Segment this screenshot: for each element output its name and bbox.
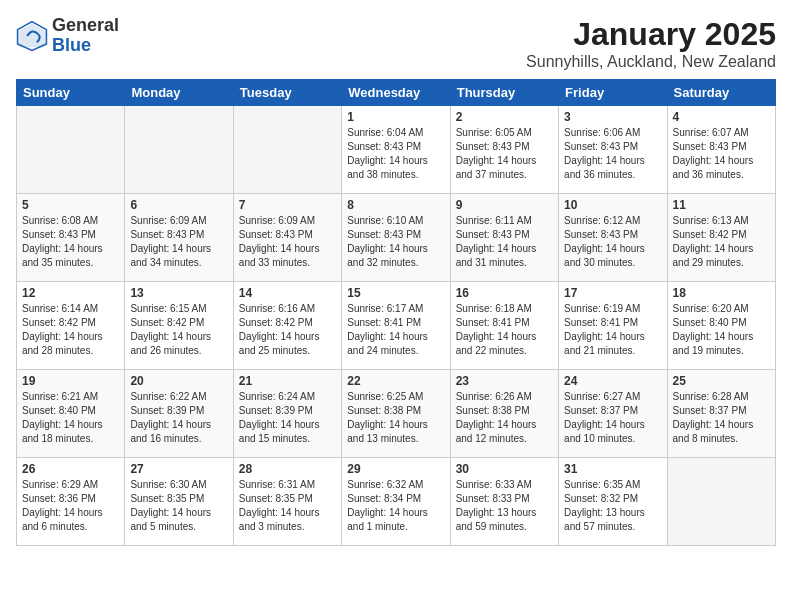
day-info: Sunrise: 6:06 AMSunset: 8:43 PMDaylight:… <box>564 126 661 182</box>
day-number: 24 <box>564 374 661 388</box>
calendar-cell: 27Sunrise: 6:30 AMSunset: 8:35 PMDayligh… <box>125 458 233 546</box>
day-info: Sunrise: 6:26 AMSunset: 8:38 PMDaylight:… <box>456 390 553 446</box>
day-number: 3 <box>564 110 661 124</box>
day-number: 13 <box>130 286 227 300</box>
weekday-header-friday: Friday <box>559 80 667 106</box>
day-number: 20 <box>130 374 227 388</box>
day-info: Sunrise: 6:10 AMSunset: 8:43 PMDaylight:… <box>347 214 444 270</box>
calendar-week-row: 1Sunrise: 6:04 AMSunset: 8:43 PMDaylight… <box>17 106 776 194</box>
day-number: 26 <box>22 462 119 476</box>
calendar-cell: 21Sunrise: 6:24 AMSunset: 8:39 PMDayligh… <box>233 370 341 458</box>
day-number: 9 <box>456 198 553 212</box>
day-info: Sunrise: 6:08 AMSunset: 8:43 PMDaylight:… <box>22 214 119 270</box>
day-info: Sunrise: 6:25 AMSunset: 8:38 PMDaylight:… <box>347 390 444 446</box>
calendar-cell: 23Sunrise: 6:26 AMSunset: 8:38 PMDayligh… <box>450 370 558 458</box>
logo: General Blue <box>16 16 119 56</box>
calendar-cell: 14Sunrise: 6:16 AMSunset: 8:42 PMDayligh… <box>233 282 341 370</box>
calendar-cell: 22Sunrise: 6:25 AMSunset: 8:38 PMDayligh… <box>342 370 450 458</box>
day-number: 25 <box>673 374 770 388</box>
logo-text: General Blue <box>52 16 119 56</box>
day-number: 6 <box>130 198 227 212</box>
calendar-cell: 10Sunrise: 6:12 AMSunset: 8:43 PMDayligh… <box>559 194 667 282</box>
weekday-header-tuesday: Tuesday <box>233 80 341 106</box>
calendar-cell: 1Sunrise: 6:04 AMSunset: 8:43 PMDaylight… <box>342 106 450 194</box>
day-info: Sunrise: 6:33 AMSunset: 8:33 PMDaylight:… <box>456 478 553 534</box>
calendar-cell: 30Sunrise: 6:33 AMSunset: 8:33 PMDayligh… <box>450 458 558 546</box>
calendar-cell: 16Sunrise: 6:18 AMSunset: 8:41 PMDayligh… <box>450 282 558 370</box>
day-info: Sunrise: 6:11 AMSunset: 8:43 PMDaylight:… <box>456 214 553 270</box>
day-info: Sunrise: 6:18 AMSunset: 8:41 PMDaylight:… <box>456 302 553 358</box>
day-info: Sunrise: 6:21 AMSunset: 8:40 PMDaylight:… <box>22 390 119 446</box>
day-info: Sunrise: 6:24 AMSunset: 8:39 PMDaylight:… <box>239 390 336 446</box>
day-number: 1 <box>347 110 444 124</box>
day-info: Sunrise: 6:28 AMSunset: 8:37 PMDaylight:… <box>673 390 770 446</box>
calendar-cell <box>233 106 341 194</box>
day-info: Sunrise: 6:15 AMSunset: 8:42 PMDaylight:… <box>130 302 227 358</box>
calendar-cell: 2Sunrise: 6:05 AMSunset: 8:43 PMDaylight… <box>450 106 558 194</box>
day-number: 7 <box>239 198 336 212</box>
calendar-cell: 25Sunrise: 6:28 AMSunset: 8:37 PMDayligh… <box>667 370 775 458</box>
page-header: General Blue January 2025 Sunnyhills, Au… <box>16 16 776 71</box>
logo-icon <box>16 20 48 52</box>
day-info: Sunrise: 6:35 AMSunset: 8:32 PMDaylight:… <box>564 478 661 534</box>
day-number: 22 <box>347 374 444 388</box>
day-number: 15 <box>347 286 444 300</box>
day-number: 29 <box>347 462 444 476</box>
day-info: Sunrise: 6:17 AMSunset: 8:41 PMDaylight:… <box>347 302 444 358</box>
day-info: Sunrise: 6:16 AMSunset: 8:42 PMDaylight:… <box>239 302 336 358</box>
day-info: Sunrise: 6:30 AMSunset: 8:35 PMDaylight:… <box>130 478 227 534</box>
calendar-cell: 28Sunrise: 6:31 AMSunset: 8:35 PMDayligh… <box>233 458 341 546</box>
day-info: Sunrise: 6:05 AMSunset: 8:43 PMDaylight:… <box>456 126 553 182</box>
calendar-cell: 31Sunrise: 6:35 AMSunset: 8:32 PMDayligh… <box>559 458 667 546</box>
logo-general: General <box>52 16 119 36</box>
day-info: Sunrise: 6:27 AMSunset: 8:37 PMDaylight:… <box>564 390 661 446</box>
calendar-cell: 3Sunrise: 6:06 AMSunset: 8:43 PMDaylight… <box>559 106 667 194</box>
day-number: 27 <box>130 462 227 476</box>
calendar-cell: 29Sunrise: 6:32 AMSunset: 8:34 PMDayligh… <box>342 458 450 546</box>
day-number: 8 <box>347 198 444 212</box>
calendar-cell: 17Sunrise: 6:19 AMSunset: 8:41 PMDayligh… <box>559 282 667 370</box>
calendar-week-row: 26Sunrise: 6:29 AMSunset: 8:36 PMDayligh… <box>17 458 776 546</box>
calendar-title: January 2025 <box>526 16 776 53</box>
day-info: Sunrise: 6:12 AMSunset: 8:43 PMDaylight:… <box>564 214 661 270</box>
day-number: 31 <box>564 462 661 476</box>
calendar-cell: 20Sunrise: 6:22 AMSunset: 8:39 PMDayligh… <box>125 370 233 458</box>
day-number: 17 <box>564 286 661 300</box>
calendar-cell: 12Sunrise: 6:14 AMSunset: 8:42 PMDayligh… <box>17 282 125 370</box>
calendar-cell: 8Sunrise: 6:10 AMSunset: 8:43 PMDaylight… <box>342 194 450 282</box>
day-info: Sunrise: 6:09 AMSunset: 8:43 PMDaylight:… <box>239 214 336 270</box>
calendar-cell: 6Sunrise: 6:09 AMSunset: 8:43 PMDaylight… <box>125 194 233 282</box>
weekday-header-row: SundayMondayTuesdayWednesdayThursdayFrid… <box>17 80 776 106</box>
weekday-header-wednesday: Wednesday <box>342 80 450 106</box>
calendar-cell: 24Sunrise: 6:27 AMSunset: 8:37 PMDayligh… <box>559 370 667 458</box>
day-number: 12 <box>22 286 119 300</box>
day-number: 16 <box>456 286 553 300</box>
day-number: 14 <box>239 286 336 300</box>
calendar-cell: 11Sunrise: 6:13 AMSunset: 8:42 PMDayligh… <box>667 194 775 282</box>
calendar-cell: 15Sunrise: 6:17 AMSunset: 8:41 PMDayligh… <box>342 282 450 370</box>
title-block: January 2025 Sunnyhills, Auckland, New Z… <box>526 16 776 71</box>
calendar-week-row: 12Sunrise: 6:14 AMSunset: 8:42 PMDayligh… <box>17 282 776 370</box>
day-number: 10 <box>564 198 661 212</box>
calendar-cell: 4Sunrise: 6:07 AMSunset: 8:43 PMDaylight… <box>667 106 775 194</box>
calendar-cell: 5Sunrise: 6:08 AMSunset: 8:43 PMDaylight… <box>17 194 125 282</box>
calendar-subtitle: Sunnyhills, Auckland, New Zealand <box>526 53 776 71</box>
day-info: Sunrise: 6:20 AMSunset: 8:40 PMDaylight:… <box>673 302 770 358</box>
calendar-cell: 7Sunrise: 6:09 AMSunset: 8:43 PMDaylight… <box>233 194 341 282</box>
day-info: Sunrise: 6:32 AMSunset: 8:34 PMDaylight:… <box>347 478 444 534</box>
day-number: 4 <box>673 110 770 124</box>
weekday-header-thursday: Thursday <box>450 80 558 106</box>
day-info: Sunrise: 6:14 AMSunset: 8:42 PMDaylight:… <box>22 302 119 358</box>
day-info: Sunrise: 6:22 AMSunset: 8:39 PMDaylight:… <box>130 390 227 446</box>
calendar-cell <box>125 106 233 194</box>
day-number: 21 <box>239 374 336 388</box>
day-info: Sunrise: 6:09 AMSunset: 8:43 PMDaylight:… <box>130 214 227 270</box>
day-info: Sunrise: 6:29 AMSunset: 8:36 PMDaylight:… <box>22 478 119 534</box>
weekday-header-saturday: Saturday <box>667 80 775 106</box>
calendar-week-row: 19Sunrise: 6:21 AMSunset: 8:40 PMDayligh… <box>17 370 776 458</box>
day-info: Sunrise: 6:04 AMSunset: 8:43 PMDaylight:… <box>347 126 444 182</box>
weekday-header-monday: Monday <box>125 80 233 106</box>
day-number: 28 <box>239 462 336 476</box>
day-number: 23 <box>456 374 553 388</box>
day-number: 30 <box>456 462 553 476</box>
